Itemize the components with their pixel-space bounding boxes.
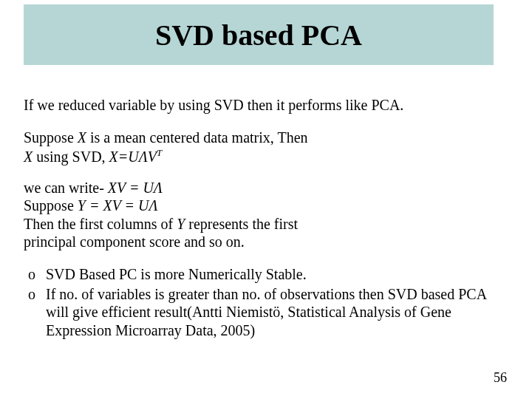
derivation-paragraph: we can write- XV = UΛ Suppose Y = XV = U…	[24, 179, 508, 251]
text: is a mean centered data matrix, Then	[86, 129, 308, 146]
eq-xv: XV = UΛ	[108, 180, 163, 196]
list-item: SVD Based PC is more Numerically Stable.	[24, 265, 508, 283]
slide-body: If we reduced variable by using SVD then…	[24, 96, 508, 341]
definition-paragraph: Suppose X is a mean centered data matrix…	[24, 129, 508, 165]
text: Suppose	[24, 129, 78, 146]
slide-title: SVD based PCA	[155, 18, 362, 52]
list-item: If no. of variables is greater than no. …	[24, 285, 508, 339]
eq-y: Y = XV = UΛ	[78, 197, 158, 214]
var-x: X	[24, 148, 33, 164]
text: Suppose	[24, 197, 78, 214]
text: Then the first columns of	[24, 216, 177, 232]
bullet-text: SVD Based PC is more Numerically Stable.	[46, 266, 307, 282]
svd-equation: X=UΛV	[109, 148, 157, 164]
bullet-list: SVD Based PC is more Numerically Stable.…	[24, 265, 508, 339]
text: principal component score and so on.	[24, 233, 245, 250]
intro-paragraph: If we reduced variable by using SVD then…	[24, 96, 508, 114]
text: using SVD,	[33, 148, 109, 164]
superscript-t: T	[157, 147, 162, 158]
text: represents the first	[185, 216, 298, 232]
bullet-text: If no. of variables is greater than no. …	[46, 286, 486, 338]
var-y: Y	[177, 216, 185, 232]
text: we can write-	[24, 180, 108, 196]
title-band: SVD based PCA	[24, 4, 494, 65]
page-number: 56	[494, 370, 507, 386]
var-x: X	[78, 129, 86, 146]
